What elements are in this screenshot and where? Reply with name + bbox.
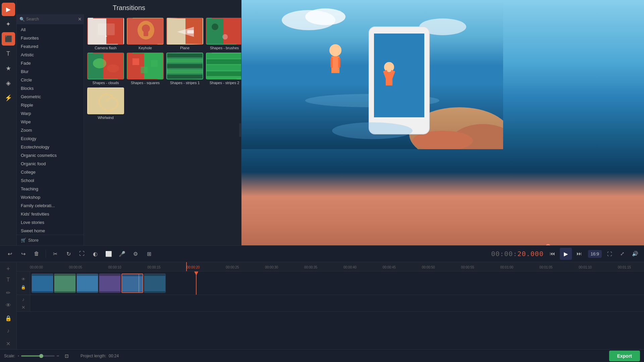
- svg-rect-30: [167, 75, 203, 79]
- scale-slider[interactable]: [21, 355, 55, 357]
- svg-point-52: [329, 44, 341, 56]
- scale-slider-handle[interactable]: [39, 354, 43, 358]
- category-item-family[interactable]: Family celebrati...: [17, 201, 84, 210]
- effects-icon: ◈: [6, 79, 11, 87]
- sidebar-icon-magic[interactable]: ✦: [2, 17, 15, 31]
- svg-point-56: [332, 122, 413, 139]
- skip-back-button[interactable]: ⏮: [546, 248, 558, 260]
- sidebar-icon-text[interactable]: T: [2, 47, 15, 60]
- volume-button[interactable]: 🔊: [630, 249, 640, 259]
- svg-text:▶: ▶: [105, 35, 108, 38]
- category-item-ecotechnology[interactable]: Ecotechnology: [17, 143, 84, 151]
- transition-item-shapes-stripes-2[interactable]: Shapes - stripes 2: [206, 53, 241, 85]
- category-item-love[interactable]: Love stories: [17, 218, 84, 227]
- delete-button[interactable]: 🗑: [31, 248, 42, 259]
- video-clip-6[interactable]: [144, 274, 166, 293]
- transition-item-shapes-brushes[interactable]: Shapes - brushes: [206, 18, 241, 50]
- sidebar-icon-movie[interactable]: ▶: [2, 3, 15, 16]
- video-clip-2[interactable]: [54, 274, 76, 293]
- category-item-organic-food[interactable]: Organic food: [17, 160, 84, 168]
- fit-timeline-button[interactable]: ⊡: [61, 350, 72, 362]
- category-item-college[interactable]: College: [17, 168, 84, 176]
- video-clip-5[interactable]: [121, 274, 143, 293]
- sidebar-icon-transitions[interactable]: ⬛: [2, 32, 15, 46]
- category-item-fade[interactable]: Fade: [17, 59, 84, 67]
- category-item-artistic[interactable]: Artistic: [17, 51, 84, 59]
- timeline-text-tool[interactable]: T: [3, 274, 14, 286]
- scale-slider-container: ▪ ▪▪ ⊡: [18, 350, 72, 362]
- transition-thumb-shapes-stripes2: [206, 53, 241, 79]
- category-item-wipe[interactable]: Wipe: [17, 118, 84, 126]
- store-button[interactable]: 🛒 Store: [17, 235, 84, 245]
- sidebar-icon-star[interactable]: ★: [2, 62, 15, 75]
- category-search-input[interactable]: [26, 17, 76, 21]
- category-item-circle[interactable]: Circle: [17, 76, 84, 84]
- transition-item-shapes-clouds[interactable]: Shapes - clouds: [87, 53, 124, 85]
- category-item-all[interactable]: All: [17, 25, 84, 34]
- transition-item-keyhole[interactable]: Keyhole: [127, 18, 164, 50]
- timeline-tracks: 👁 🔒: [17, 272, 644, 349]
- add-track-button[interactable]: +: [4, 265, 12, 273]
- search-icon: 🔍: [19, 17, 25, 22]
- export-button[interactable]: Export: [609, 351, 640, 361]
- skip-forward-button[interactable]: ⏭: [573, 248, 585, 260]
- play-pause-button[interactable]: ▶: [560, 248, 572, 260]
- settings-button[interactable]: ⚙: [130, 248, 141, 259]
- sidebar-icon-effects[interactable]: ◈: [2, 76, 15, 90]
- transition-item-shapes-squares[interactable]: Shapes - squares: [127, 53, 164, 85]
- track-eye-button[interactable]: 👁: [20, 276, 27, 283]
- timeline-music-tool[interactable]: ♪: [3, 325, 14, 337]
- transition-item-whirlwind[interactable]: Whirlwind: [87, 87, 124, 120]
- category-item-blocks[interactable]: Blocks: [17, 84, 84, 93]
- fullscreen-button[interactable]: ⛶: [604, 249, 614, 259]
- star-icon: ★: [6, 65, 11, 72]
- category-item-blur[interactable]: Blur: [17, 67, 84, 76]
- track-lock-button[interactable]: 🔒: [20, 284, 27, 291]
- rotate-button[interactable]: ↻: [63, 248, 74, 259]
- category-item-workshop[interactable]: Workshop: [17, 193, 84, 201]
- text-icon: T: [6, 50, 10, 57]
- category-item-favorites[interactable]: Favorites: [17, 34, 84, 42]
- aspect-ratio-badge[interactable]: 16:9: [588, 250, 602, 258]
- timeline-draw-tool[interactable]: ✏: [3, 287, 14, 298]
- timeline-mute-tool[interactable]: ✕: [3, 338, 14, 349]
- close-icon[interactable]: ✕: [78, 16, 82, 22]
- timeline-eye-tool[interactable]: 👁: [3, 300, 14, 311]
- transition-item-camera-flash[interactable]: ▶ Camera flash: [87, 18, 124, 50]
- category-item-zoom[interactable]: Zoom: [17, 126, 84, 134]
- expand-button[interactable]: ⤢: [617, 249, 627, 259]
- category-item-geometric[interactable]: Geometric: [17, 93, 84, 101]
- image-button[interactable]: ⬜: [103, 248, 114, 259]
- audio-track-music-btn[interactable]: ♪: [20, 296, 27, 303]
- category-item-kids[interactable]: Kids' festivities: [17, 210, 84, 218]
- sidebar-icon-motion[interactable]: ⚡: [2, 91, 15, 105]
- video-clip-3[interactable]: [76, 274, 98, 293]
- redo-button[interactable]: ↪: [17, 248, 29, 259]
- cut-button[interactable]: ✂: [49, 248, 61, 259]
- video-clip-4[interactable]: [99, 274, 121, 293]
- transition-item-shapes-stripes-1[interactable]: Shapes - stripes 1: [166, 53, 203, 85]
- category-item-warp[interactable]: Warp: [17, 109, 84, 118]
- audio-track-mute-btn[interactable]: ✕: [20, 304, 27, 311]
- audio-button[interactable]: 🎤: [116, 248, 128, 259]
- category-item-ripple[interactable]: Ripple: [17, 101, 84, 109]
- video-clips: [30, 272, 644, 295]
- timeline-lock-tool[interactable]: 🔒: [3, 312, 14, 324]
- crop-button[interactable]: ⛶: [76, 248, 88, 259]
- svg-rect-13: [223, 18, 241, 45]
- category-item-sweet-home[interactable]: Sweet home: [17, 227, 84, 235]
- category-item-featured[interactable]: Featured: [17, 42, 84, 51]
- collapse-panel-button[interactable]: ‹: [239, 123, 241, 137]
- color-button[interactable]: ◐: [90, 248, 101, 259]
- transition-item-plane[interactable]: Plane: [166, 18, 203, 50]
- undo-button[interactable]: ↩: [4, 248, 15, 259]
- svg-rect-69: [122, 274, 143, 293]
- video-clip-1[interactable]: [32, 274, 53, 293]
- category-item-organic-cosmetics[interactable]: Organic cosmetics: [17, 151, 84, 160]
- ruler-mark-0: 00:00:00: [17, 264, 56, 269]
- adjust-button[interactable]: ⊞: [143, 248, 155, 259]
- category-item-teaching[interactable]: Teaching: [17, 185, 84, 193]
- category-item-school[interactable]: School: [17, 176, 84, 185]
- video-track-controls: 👁 🔒: [17, 272, 30, 295]
- category-item-ecology[interactable]: Ecology: [17, 134, 84, 143]
